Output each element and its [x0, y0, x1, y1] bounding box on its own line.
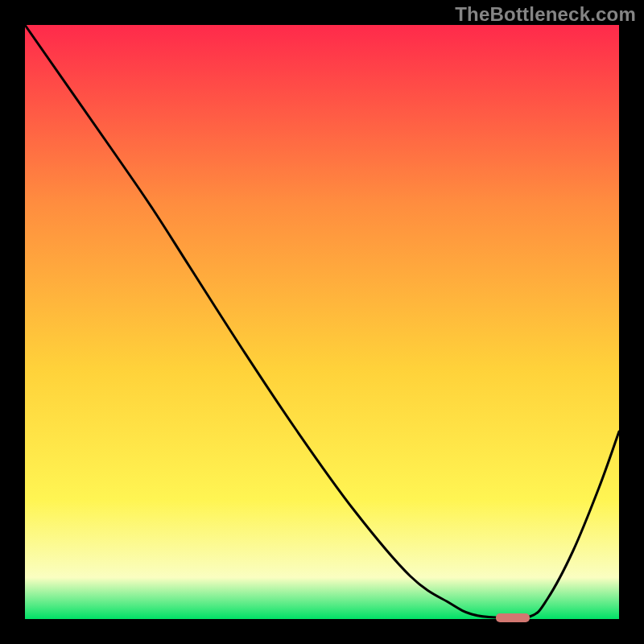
watermark-text: TheBottleneck.com — [455, 3, 636, 26]
plot-area — [25, 25, 619, 619]
optimal-marker — [496, 613, 530, 622]
bottleneck-chart — [0, 0, 644, 644]
